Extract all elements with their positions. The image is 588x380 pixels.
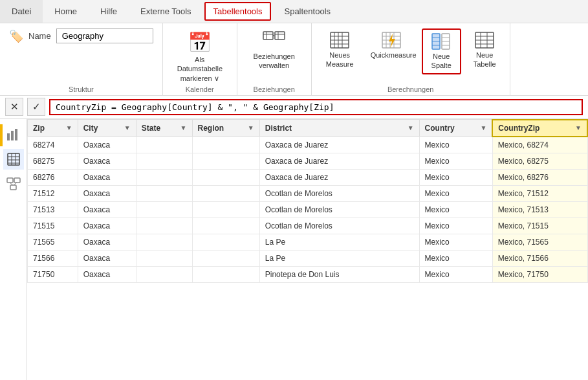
cell-city: Oaxaca	[78, 201, 136, 218]
cell-zip: 71565	[28, 234, 78, 250]
district-filter-arrow[interactable]: ▼	[408, 124, 414, 131]
cell-countryzip: Mexico, 71513	[492, 201, 587, 218]
sidebar-chart-icon[interactable]	[3, 124, 24, 145]
cell-zip: 68276	[28, 169, 78, 185]
table-row: 71565OaxacaLa PeMexicoMexico, 71565	[28, 234, 588, 250]
cell-country: Mexico	[419, 185, 492, 201]
country-filter-arrow[interactable]: ▼	[480, 124, 486, 131]
tab-home[interactable]: Home	[43, 0, 89, 23]
newcol-btn-label[interactable]: Neue Spalte	[427, 52, 456, 71]
col-state: State ▼	[136, 120, 192, 137]
svg-rect-38	[15, 129, 17, 140]
cell-state	[136, 153, 192, 169]
relations-icon	[263, 31, 286, 50]
cell-state	[136, 218, 192, 234]
cell-state	[136, 250, 192, 266]
measure-btn-label[interactable]: Neues Measure	[322, 50, 358, 69]
cell-countryzip: Mexico, 68275	[492, 153, 587, 169]
table-row: 71512OaxacaOcotlan de MorelosMexicoMexic…	[28, 185, 588, 201]
tab-datei[interactable]: Datei	[0, 0, 43, 23]
cell-city: Oaxaca	[78, 250, 136, 266]
sidebar-table-icon[interactable]	[3, 149, 24, 170]
cell-zip: 71513	[28, 201, 78, 218]
cell-city: Oaxaca	[78, 185, 136, 201]
cell-country: Mexico	[419, 169, 492, 185]
cell-region	[192, 201, 259, 218]
svg-rect-37	[11, 131, 14, 140]
data-table-area: Zip ▼ City ▼ State	[27, 119, 588, 380]
table-row: 68276OaxacaOaxaca de JuarezMexicoMexico,…	[28, 169, 588, 185]
cell-state	[136, 137, 192, 153]
region-filter-arrow[interactable]: ▼	[248, 124, 254, 131]
col-district: District ▼	[259, 120, 419, 137]
cell-city: Oaxaca	[78, 234, 136, 250]
city-filter-arrow[interactable]: ▼	[124, 124, 131, 131]
cell-countryzip: Mexico, 68276	[492, 169, 587, 185]
name-input[interactable]	[56, 28, 153, 43]
structure-group-label: Struktur	[9, 85, 153, 95]
cell-city: Oaxaca	[78, 266, 136, 282]
cell-country: Mexico	[419, 218, 492, 234]
col-country: Country ▼	[419, 120, 492, 137]
cell-countryzip: Mexico, 71566	[492, 250, 587, 266]
state-filter-arrow[interactable]: ▼	[180, 124, 187, 131]
cell-state	[136, 169, 192, 185]
cell-city: Oaxaca	[78, 137, 136, 153]
cell-region	[192, 266, 259, 282]
sidebar-model-icon[interactable]	[3, 173, 24, 194]
tab-spaltentools[interactable]: Spaltentools	[272, 0, 342, 23]
cell-countryzip: Mexico, 71750	[492, 266, 587, 282]
newtable-icon	[474, 31, 495, 49]
cell-countryzip: Mexico, 71565	[492, 234, 587, 250]
relations-btn-label[interactable]: Beziehungen verwalten	[252, 52, 297, 71]
svg-rect-47	[10, 185, 16, 190]
content-row: Zip ▼ City ▼ State	[0, 119, 588, 380]
quickmeasure-btn-label[interactable]: Quickmeasure	[371, 50, 413, 60]
cell-district: Oaxaca de Juarez	[259, 137, 419, 153]
tab-hilfe[interactable]: Hilfe	[89, 0, 129, 23]
cell-region	[192, 250, 259, 266]
calendar-group-label: Kalender	[186, 85, 214, 95]
cell-district: Ocotlan de Morelos	[259, 201, 419, 218]
tab-externe-tools[interactable]: Externe Tools	[129, 0, 203, 23]
cell-zip: 71750	[28, 266, 78, 282]
data-table: Zip ▼ City ▼ State	[27, 119, 588, 283]
cell-region	[192, 185, 259, 201]
svg-rect-36	[7, 133, 10, 140]
cell-region	[192, 234, 259, 250]
cell-zip: 68275	[28, 153, 78, 169]
cell-country: Mexico	[419, 201, 492, 218]
table-row: 71515OaxacaOcotlan de MorelosMexicoMexic…	[28, 218, 588, 234]
cell-district: Ocotlan de Morelos	[259, 218, 419, 234]
cell-district: Oaxaca de Juarez	[259, 169, 419, 185]
table-header-row: Zip ▼ City ▼ State	[28, 120, 588, 137]
cell-countryzip: Mexico, 71515	[492, 218, 587, 234]
calendar-btn-label[interactable]: Als Datumstabelle markieren ∨	[177, 55, 223, 83]
svg-rect-0	[263, 32, 273, 39]
cell-state	[136, 201, 192, 218]
col-city: City ▼	[78, 120, 136, 137]
tab-tabellentools[interactable]: Tabellentools	[204, 2, 272, 21]
table-row: 71513OaxacaOcotlan de MorelosMexicoMexic…	[28, 201, 588, 218]
formula-input[interactable]	[49, 99, 583, 115]
cell-country: Mexico	[419, 234, 492, 250]
newtable-btn-label[interactable]: Neue Tabelle	[470, 50, 499, 69]
cell-countryzip: Mexico, 68274	[492, 137, 587, 153]
table-row: 71566OaxacaLa PeMexicoMexico, 71566	[28, 250, 588, 266]
col-zip: Zip ▼	[28, 120, 78, 137]
table-row: 71750OaxacaPinotepa de Don LuisMexicoMex…	[28, 266, 588, 282]
ribbon: 🏷️ Name Struktur 📅 Als Datumstabelle mar…	[0, 23, 588, 96]
zip-filter-arrow[interactable]: ▼	[66, 124, 72, 131]
quickmeasure-icon	[381, 31, 402, 49]
formula-cancel-button[interactable]: ✕	[5, 98, 23, 116]
formula-bar: ✕ ✓	[0, 96, 588, 119]
cell-state	[136, 234, 192, 250]
cell-city: Oaxaca	[78, 153, 136, 169]
countryzip-filter-arrow[interactable]: ▼	[575, 124, 582, 131]
col-countryzip: CountryZip ▼	[492, 120, 587, 137]
app-container: Datei Home Hilfe Externe Tools Tabellent…	[0, 0, 588, 380]
svg-rect-46	[14, 178, 20, 183]
formula-confirm-button[interactable]: ✓	[27, 98, 45, 116]
table-row: 68274OaxacaOaxaca de JuarezMexicoMexico,…	[28, 137, 588, 153]
cell-zip: 71515	[28, 218, 78, 234]
